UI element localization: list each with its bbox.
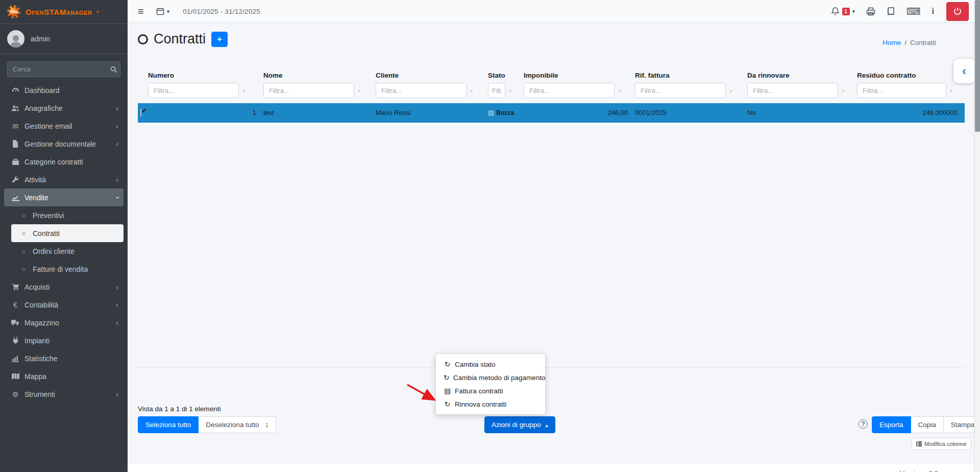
menu-item-label: Cambia metodo di pagamento bbox=[453, 374, 546, 382]
column-numero: Numero ▲ bbox=[148, 72, 263, 98]
chevron-left-icon: ‹ bbox=[116, 301, 118, 309]
menu-item-cambia-metodo-pagamento[interactable]: ↻ Cambia metodo di pagamento bbox=[436, 371, 545, 384]
sort-icon[interactable]: ▲ bbox=[841, 88, 845, 93]
sidebar-item-contabilita[interactable]: € Contabilità ‹ bbox=[4, 296, 124, 314]
calendar-button[interactable]: ▾ bbox=[156, 7, 170, 15]
sidebar-item-preventivi[interactable]: ○ Preventivi bbox=[11, 206, 124, 224]
shortcuts-button[interactable]: ⌨ bbox=[906, 7, 920, 16]
filter-input-nome[interactable] bbox=[263, 83, 354, 98]
sidebar-item-label: Gestione email bbox=[24, 122, 72, 130]
hamburger-menu-button[interactable]: ≡ bbox=[138, 6, 144, 17]
column-label[interactable]: Numero bbox=[148, 72, 263, 81]
breadcrumb-home-link[interactable]: Home bbox=[883, 39, 901, 46]
sidebar-item-categorie-contratti[interactable]: Categorie contratti bbox=[4, 153, 124, 171]
deselect-all-button[interactable]: Deseleziona tutto 1 bbox=[199, 416, 276, 433]
chart-line-icon bbox=[9, 194, 21, 201]
sidebar-item-mappa[interactable]: Mappa bbox=[4, 367, 124, 385]
search-input[interactable] bbox=[7, 61, 108, 77]
docs-button[interactable] bbox=[887, 7, 895, 16]
add-contract-button[interactable]: + bbox=[211, 32, 228, 47]
columns-grid-icon bbox=[916, 441, 922, 446]
sidebar-item-attivita[interactable]: Attività ‹ bbox=[4, 171, 124, 188]
filter-input-numero[interactable] bbox=[148, 83, 239, 98]
sort-icon[interactable]: ▲ bbox=[357, 88, 361, 93]
sidebar-item-acquisti[interactable]: Acquisti ‹ bbox=[4, 278, 124, 296]
avatar[interactable] bbox=[7, 30, 24, 48]
caret-down-icon: ▾ bbox=[167, 8, 170, 15]
sort-icon[interactable]: ▲ bbox=[949, 88, 953, 93]
copy-button[interactable]: Copia bbox=[911, 416, 944, 433]
edit-columns-button[interactable]: Modifica colonne bbox=[912, 438, 971, 450]
info-icon: i bbox=[932, 7, 934, 16]
chevron-left-icon: ‹ bbox=[116, 122, 118, 130]
scrollbar-thumb[interactable] bbox=[975, 0, 980, 132]
group-actions-label: Azioni di gruppo bbox=[492, 421, 541, 429]
sort-icon[interactable]: ▲ bbox=[729, 88, 733, 93]
sidebar-item-contratti[interactable]: ○ Contratti bbox=[11, 224, 124, 242]
column-label[interactable]: Rif. fattura bbox=[635, 72, 747, 81]
column-label[interactable]: Da rinnovare bbox=[747, 72, 857, 81]
checkbox-column-header bbox=[138, 72, 148, 98]
window-scrollbar[interactable] bbox=[974, 0, 980, 472]
cell-da-rinnovare: No bbox=[747, 109, 857, 116]
logout-button[interactable] bbox=[946, 2, 969, 21]
column-stato: Stato ▲ bbox=[488, 72, 524, 98]
sidebar-item-fatture-di-vendita[interactable]: ○ Fatture di vendita bbox=[11, 260, 124, 278]
sidebar-item-impianti[interactable]: Impianti bbox=[4, 332, 124, 349]
filter-input-stato[interactable] bbox=[488, 83, 505, 98]
chevron-left-icon: ‹ bbox=[116, 104, 118, 112]
column-label[interactable]: Nome bbox=[263, 72, 376, 81]
column-label[interactable]: Stato bbox=[488, 72, 524, 81]
sidebar-item-ordini-cliente[interactable]: ○ Ordini cliente bbox=[11, 242, 124, 260]
filter-input-rif-fattura[interactable] bbox=[635, 83, 726, 98]
sidebar-item-magazzino[interactable]: Magazzino ‹ bbox=[4, 314, 124, 332]
keyboard-icon: ⌨ bbox=[906, 7, 920, 16]
column-cliente: Cliente ▲ bbox=[376, 72, 488, 98]
export-button[interactable]: Esporta bbox=[872, 416, 911, 433]
column-label[interactable]: Imponibile bbox=[524, 72, 635, 81]
filter-input-da-rinnovare[interactable] bbox=[747, 83, 838, 98]
menu-item-fattura-contratti[interactable]: ▤ Fattura contratti bbox=[436, 384, 545, 397]
help-button[interactable]: ? bbox=[859, 419, 868, 429]
column-label[interactable]: Residuo contratto bbox=[857, 72, 965, 81]
date-range[interactable]: 01/01/2025 - 31/12/2025 bbox=[183, 8, 260, 15]
sidebar-item-label: Categorie contratti bbox=[24, 158, 83, 166]
circle-icon: ○ bbox=[17, 230, 30, 237]
menu-item-rinnova-contratti[interactable]: ↻ Rinnova contratti bbox=[436, 397, 545, 411]
refresh-icon: ↻ bbox=[444, 373, 450, 382]
sort-icon[interactable]: ▲ bbox=[470, 88, 474, 93]
search-button[interactable] bbox=[108, 61, 120, 77]
filter-input-residuo[interactable] bbox=[857, 83, 946, 98]
filter-input-cliente[interactable] bbox=[376, 83, 467, 98]
group-actions-button[interactable]: Azioni di gruppo ▴ bbox=[484, 416, 555, 433]
menu-item-cambia-stato[interactable]: ↻ Cambia stato bbox=[436, 358, 545, 371]
info-button[interactable]: i bbox=[932, 7, 934, 16]
sidebar-item-dashboard[interactable]: Dashboard bbox=[4, 81, 124, 99]
column-label[interactable]: Cliente bbox=[376, 72, 488, 81]
sidebar-item-statistiche[interactable]: Statistiche bbox=[4, 349, 124, 367]
table-bottom-divider bbox=[138, 367, 965, 368]
app-brand[interactable]: OSM OpenSTAManager ® bbox=[0, 0, 128, 24]
page-header: Contratti + bbox=[138, 31, 228, 47]
sidebar-item-label: Statistiche bbox=[24, 355, 58, 363]
top-navbar: ≡ ▾ 01/01/2025 - 31/12/2025 1 ▾ ⌨ i bbox=[128, 0, 980, 23]
sort-icon[interactable]: ▲ bbox=[242, 88, 246, 93]
sidebar-item-vendite[interactable]: Vendite ‹ bbox=[4, 188, 124, 206]
sort-icon[interactable]: ▲ bbox=[508, 88, 512, 93]
sort-icon[interactable]: ▲ bbox=[618, 88, 622, 93]
sidebar-item-strumenti[interactable]: ⚙ Strumenti ‹ bbox=[4, 385, 124, 403]
filter-input-imponibile[interactable] bbox=[524, 83, 615, 98]
user-panel: admin bbox=[0, 24, 128, 54]
table-header: Numero ▲ Nome ▲ Cliente ▲ Stato ▲ Imponi… bbox=[138, 72, 965, 98]
sidebar-item-anagrafiche[interactable]: Anagrafiche ‹ bbox=[4, 99, 124, 117]
topbar-actions: 1 ▾ ⌨ i bbox=[831, 2, 973, 21]
print-button[interactable] bbox=[866, 7, 875, 16]
sidebar-item-gestione-documentale[interactable]: Gestione documentale ‹ bbox=[4, 135, 124, 153]
sidebar-item-gestione-email[interactable]: ✉ Gestione email ‹ bbox=[4, 117, 124, 135]
app-title: OpenSTAManager bbox=[26, 8, 92, 16]
select-all-button[interactable]: Seleziona tutto bbox=[138, 416, 199, 433]
table-row-selected[interactable]: ✔ 1 test Mario Rossi ▤Bozza 246,00 0001/… bbox=[138, 103, 965, 123]
notifications-button[interactable]: 1 ▾ bbox=[831, 7, 855, 16]
row-checkbox[interactable]: ✔ bbox=[140, 109, 141, 116]
circle-icon: ○ bbox=[17, 212, 30, 219]
